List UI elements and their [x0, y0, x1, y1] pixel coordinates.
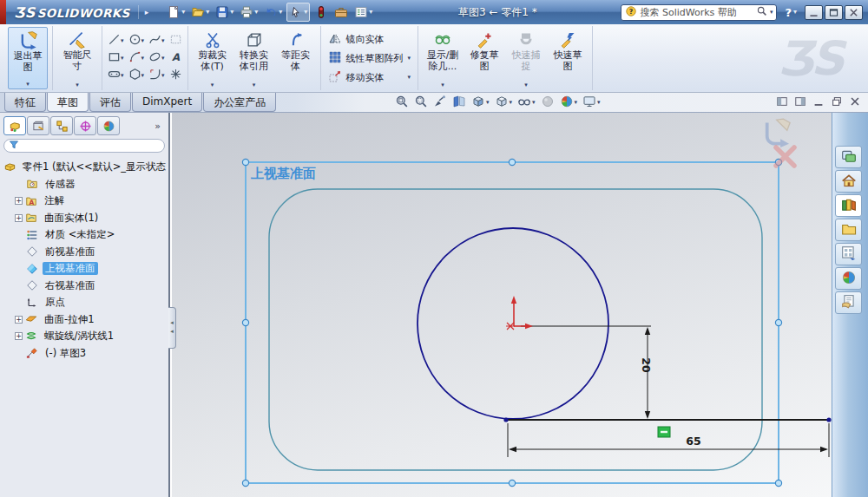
dropdown-icon[interactable]: ▾: [76, 82, 79, 88]
tab-特征[interactable]: 特征: [4, 93, 46, 112]
tab-办公室产品[interactable]: 办公室产品: [203, 93, 276, 112]
display-delete-relations-button[interactable]: 显示/删除几... ▾: [423, 27, 463, 89]
view-orientation-button[interactable]: ▾: [471, 95, 490, 111]
dropdown-icon[interactable]: ▾: [279, 9, 282, 16]
dropdown-icon[interactable]: ▾: [532, 100, 536, 106]
dropdown-icon[interactable]: ▾: [161, 38, 165, 44]
minimize-button[interactable]: [805, 5, 823, 20]
search-dropdown-icon[interactable]: ▾: [770, 10, 773, 16]
view-settings-button[interactable]: ▾: [582, 95, 601, 111]
dropdown-icon[interactable]: ▾: [121, 73, 124, 79]
sketch-canvas[interactable]: 上视基准面 20 65: [172, 113, 868, 497]
cancel-sketch-icon[interactable]: [776, 147, 794, 166]
rectangle-tool-button[interactable]: ▾: [107, 50, 125, 66]
zoom-fit-button[interactable]: [395, 95, 409, 111]
trim-entities-button[interactable]: 剪裁实体(T) ▾: [193, 27, 233, 89]
apply-scene-button[interactable]: ▾: [560, 95, 578, 111]
custom-properties-tab[interactable]: [835, 291, 862, 314]
tree-item-sensors[interactable]: 传感器: [3, 176, 167, 193]
panel-splitter-handle[interactable]: ◂◂: [168, 307, 176, 349]
dropdown-icon[interactable]: ▾: [408, 56, 411, 62]
viewport-right-button[interactable]: [794, 95, 806, 108]
dropdown-icon[interactable]: ▾: [181, 9, 185, 16]
tree-item-plane[interactable]: 前视基准面: [3, 244, 167, 261]
fm-tab-property-manager[interactable]: [27, 116, 49, 135]
zoom-selected-button[interactable]: [433, 95, 447, 111]
circle-tool-button[interactable]: ▾: [128, 33, 146, 49]
tree-item-plane[interactable]: 右视基准面: [3, 278, 167, 295]
dropdown-icon[interactable]: ▾: [121, 56, 124, 62]
save-button[interactable]: ▾: [214, 3, 235, 22]
exit-sketch-button[interactable]: 退出草图 ▾: [8, 27, 48, 89]
tab-草图[interactable]: 草图: [47, 93, 89, 112]
sketch-origin[interactable]: [506, 296, 533, 330]
smart-dimension-button[interactable]: 智能尺寸 ▾: [57, 27, 97, 89]
dropdown-icon[interactable]: ▾: [575, 100, 578, 106]
toolbox-button[interactable]: [332, 3, 350, 22]
hide-show-items-button[interactable]: ▾: [517, 95, 536, 111]
restore-button[interactable]: [831, 95, 843, 108]
select-button[interactable]: ▾: [286, 3, 310, 22]
tree-item-label[interactable]: (-) 草图3: [43, 347, 89, 360]
view-palette-tab[interactable]: [835, 243, 862, 265]
zoom-area-button[interactable]: [414, 95, 428, 111]
tree-item-label[interactable]: 注解: [42, 194, 67, 207]
fm-tab-dimxpert-manager[interactable]: [74, 116, 96, 135]
undo-button[interactable]: ▾: [262, 3, 284, 22]
tree-item-label[interactable]: 上视基准面: [43, 262, 98, 275]
mirror-entities-button[interactable]: 镜向实体: [326, 30, 414, 49]
offset-entities-button[interactable]: 等距实体: [276, 27, 316, 89]
dropdown-icon[interactable]: ▾: [26, 82, 30, 88]
tab-评估[interactable]: 评估: [89, 93, 131, 112]
line-endpoint[interactable]: [826, 417, 831, 422]
options-button[interactable]: ▾: [352, 3, 374, 22]
dropdown-icon[interactable]: ▾: [230, 9, 233, 16]
dropdown-icon[interactable]: ▾: [369, 9, 372, 16]
select-box-tool-button[interactable]: [168, 33, 183, 49]
new-document-button[interactable]: ▾: [165, 3, 187, 22]
tree-item-label[interactable]: 传感器: [43, 178, 78, 191]
solidworks-resources-tab[interactable]: [835, 146, 862, 168]
tree-item-plane[interactable]: 上视基准面: [3, 260, 167, 278]
minimize-button[interactable]: [812, 95, 825, 108]
move-entities-button[interactable]: 移动实体 ▾: [326, 69, 414, 87]
convert-entities-button[interactable]: 转换实体引用 ▾: [234, 27, 274, 89]
fm-tab-feature-tree[interactable]: [3, 116, 26, 135]
dropdown-icon[interactable]: ▾: [206, 9, 209, 16]
close-button[interactable]: [849, 95, 861, 108]
tree-item-label[interactable]: 前视基准面: [43, 245, 98, 258]
dimension-20[interactable]: [521, 326, 651, 417]
expand-icon[interactable]: +: [15, 197, 23, 205]
horizontal-relation-icon[interactable]: [658, 427, 670, 437]
tree-item-helix[interactable]: +螺旋线/涡状线1: [3, 328, 167, 345]
design-library-tab[interactable]: [835, 194, 862, 217]
instant3d-button[interactable]: [312, 3, 330, 22]
dropdown-icon[interactable]: ▾: [161, 73, 165, 79]
confirm-exit-sketch-icon[interactable]: [767, 119, 790, 147]
dropdown-icon[interactable]: ▾: [141, 38, 145, 44]
surface-profile-outline[interactable]: [269, 189, 762, 470]
help-dropdown-icon[interactable]: ▾: [793, 9, 797, 16]
file-explorer-tab[interactable]: [835, 219, 862, 241]
tree-item-material[interactable]: 材质 <未指定>: [3, 226, 167, 244]
fm-tab-display-manager[interactable]: [97, 116, 120, 135]
help-button[interactable]: ? ▾: [785, 6, 797, 19]
tree-item-label[interactable]: 曲面实体(1): [42, 212, 101, 225]
appearances-scenes-tab[interactable]: [835, 267, 862, 290]
arc-tool-button[interactable]: ▾: [128, 50, 146, 66]
close-button[interactable]: [845, 5, 863, 20]
expand-icon[interactable]: +: [15, 316, 23, 324]
display-style-button[interactable]: ▾: [495, 95, 513, 111]
viewport-left-button[interactable]: [776, 95, 788, 108]
open-button[interactable]: ▾: [189, 3, 211, 22]
expand-icon[interactable]: +: [15, 214, 23, 222]
search-input[interactable]: ? 搜索 SolidWorks 帮助 ▾: [621, 4, 777, 21]
dropdown-icon[interactable]: ▾: [121, 38, 124, 44]
ellipse-tool-button[interactable]: ▾: [148, 50, 166, 66]
dropdown-icon[interactable]: ▾: [141, 73, 145, 79]
graphics-viewport[interactable]: 上视基准面 20 65: [172, 113, 868, 497]
dropdown-icon[interactable]: ▾: [254, 9, 258, 16]
home-tab[interactable]: [835, 170, 862, 193]
section-view-button[interactable]: [452, 95, 466, 111]
slot-tool-button[interactable]: ▾: [107, 68, 125, 83]
